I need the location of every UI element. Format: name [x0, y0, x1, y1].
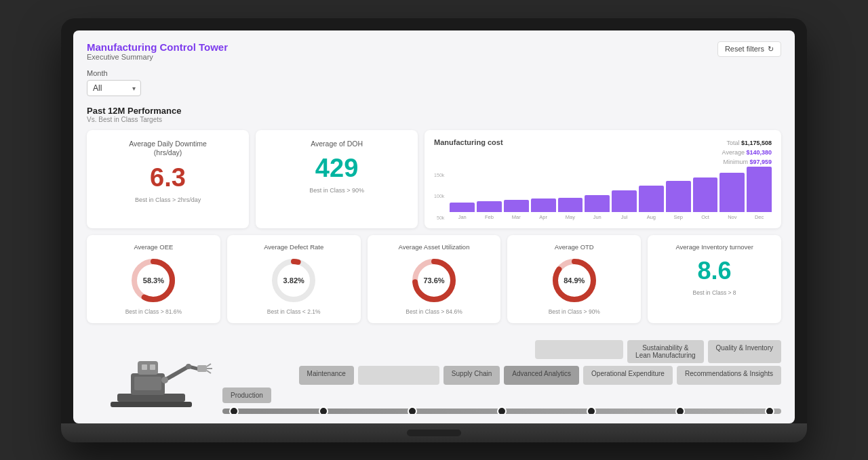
nav-box-advanced-analytics[interactable]: Advanced Analytics — [504, 366, 579, 385]
oee-card: Average OEE 58.3% Best in Class > 81.6% — [87, 235, 220, 323]
nav-box-supply-chain[interactable]: Supply Chain — [443, 366, 500, 385]
bar — [504, 200, 529, 212]
nav-box-recommendations[interactable]: Recommendations & Insights — [677, 366, 781, 385]
svg-line-23 — [207, 371, 211, 373]
bar-group: Jul — [612, 190, 637, 220]
timeline-dot-4[interactable] — [497, 406, 507, 414]
bar-label: Sep — [674, 214, 683, 220]
bar-label: Jun — [593, 214, 601, 220]
asset-util-value: 73.6% — [423, 276, 444, 285]
chart-header: Manufacturing cost Total $1,175,508 Aver… — [434, 138, 772, 167]
nav-box-production[interactable]: Production — [222, 388, 271, 403]
total-label: Total $1,175,508 — [722, 138, 772, 148]
robot-area — [87, 333, 222, 414]
defect-card: Average Defect Rate 3.82% Best in Class … — [227, 235, 361, 323]
reset-label: Reset filters — [725, 45, 764, 53]
defect-title: Average Defect Rate — [264, 243, 323, 251]
min-label: Minimum $97,959 — [722, 157, 772, 167]
bar — [558, 198, 583, 212]
chart-title: Manufacturing cost — [434, 138, 502, 146]
defect-donut: 3.82% — [270, 257, 317, 304]
bar-label: Jan — [458, 214, 467, 220]
svg-rect-14 — [150, 364, 155, 370]
timeline-dot-6[interactable] — [675, 406, 685, 414]
oee-best: Best in Class > 81.6% — [125, 308, 182, 315]
section-subtitle: Vs. Best in Class Targets — [87, 116, 781, 123]
bar — [531, 198, 556, 212]
timeline-dot-5[interactable] — [587, 406, 596, 414]
timeline-dots — [222, 406, 781, 414]
bar-label: Jul — [621, 214, 628, 220]
bar-chart-area: JanFebMarAprMayJunJulAugSepOctNovDec — [450, 173, 772, 220]
otd-donut: 84.9% — [551, 257, 598, 304]
bar-group: Dec — [747, 167, 772, 220]
bar-label: Dec — [755, 214, 764, 220]
asset-util-card: Average Asset Utilization 73.6% Best in … — [368, 235, 501, 323]
nav-box-empty1[interactable] — [535, 340, 623, 359]
svg-rect-11 — [134, 377, 161, 390]
kpi-row-1: Average Daily Downtime(hrs/day) 6.3 Best… — [87, 130, 781, 228]
timeline-dot-7[interactable] — [765, 406, 774, 414]
section-heading: Past 12M Performance Vs. Best in Class T… — [87, 106, 781, 123]
doh-value: 429 — [265, 154, 408, 183]
nav-box-operational[interactable]: Operational Expenditure — [583, 366, 673, 385]
chart-stats: Total $1,175,508 Average $140,380 Minimu… — [722, 138, 772, 167]
svg-rect-9 — [111, 402, 192, 407]
bottom-section: Sustainability &Lean Manufacturing Quali… — [87, 333, 781, 414]
svg-point-18 — [186, 364, 191, 369]
doh-title: Average of DOH — [265, 140, 408, 149]
inventory-best: Best in Class > 8 — [693, 289, 736, 296]
nav-box-sustainability[interactable]: Sustainability &Lean Manufacturing — [627, 340, 703, 363]
otd-title: Average OTD — [555, 243, 594, 251]
bar — [639, 186, 664, 212]
inventory-title: Average Inventory turnover — [675, 243, 753, 251]
nav-row-2: Maintenance Supply Chain Advanced Analyt… — [222, 366, 781, 385]
section-title: Past 12M Performance — [87, 106, 781, 116]
bar-group: May — [558, 198, 583, 220]
timeline-dot-1[interactable] — [229, 406, 239, 414]
downtime-value: 6.3 — [96, 163, 239, 192]
header: Manufacturing Control Tower Executive Su… — [87, 41, 781, 61]
bar-group: Mar — [504, 200, 529, 220]
month-select[interactable]: All JanFebMar AprMayJun JulAugSep OctNov… — [87, 80, 141, 96]
robot-illustration — [97, 333, 212, 414]
downtime-title: Average Daily Downtime(hrs/day) — [96, 140, 239, 158]
reset-filters-button[interactable]: Reset filters ↻ — [717, 41, 781, 57]
bar-group: Apr — [531, 198, 556, 220]
app-subtitle: Executive Summary — [87, 53, 228, 61]
defect-value: 3.82% — [283, 276, 304, 285]
asset-util-best: Best in Class > 84.6% — [406, 308, 462, 315]
nav-box-maintenance[interactable]: Maintenance — [299, 366, 354, 385]
manufacturing-cost-card: Manufacturing cost Total $1,175,508 Aver… — [425, 130, 781, 228]
bar-label: May — [566, 214, 575, 220]
nav-timeline: Sustainability &Lean Manufacturing Quali… — [222, 340, 781, 414]
bar — [477, 201, 502, 211]
downtime-card: Average Daily Downtime(hrs/day) 6.3 Best… — [87, 130, 249, 228]
refresh-icon: ↻ — [768, 45, 774, 54]
bar-group: Feb — [477, 201, 502, 219]
bar-group: Aug — [639, 186, 664, 220]
bar — [585, 195, 610, 212]
bar-group: Nov — [719, 173, 745, 219]
bar-label: Nov — [728, 214, 736, 220]
asset-util-title: Average Asset Utilization — [399, 243, 470, 251]
bar-group: Oct — [693, 177, 718, 219]
svg-line-21 — [207, 364, 211, 367]
defect-best: Best in Class < 2.1% — [267, 308, 321, 315]
downtime-best: Best in Class > 2hrs/day — [96, 196, 239, 203]
nav-box-empty2[interactable] — [358, 366, 439, 385]
bar-label: Oct — [701, 214, 709, 220]
otd-best: Best in Class > 90% — [549, 308, 600, 315]
filter-label: Month — [87, 69, 781, 77]
nav-boxes: Sustainability &Lean Manufacturing Quali… — [222, 340, 781, 409]
bar — [693, 177, 718, 211]
timeline-dot-3[interactable] — [408, 406, 417, 414]
doh-best: Best in Class > 90% — [265, 187, 408, 194]
nav-box-quality[interactable]: Quality & Inventory — [708, 340, 781, 363]
bar-label: Aug — [647, 214, 656, 220]
bar — [450, 203, 475, 212]
chart-yaxis: 150k 100k 50k — [434, 173, 444, 220]
oee-title: Average OEE — [134, 243, 173, 251]
bar — [666, 181, 691, 212]
timeline-dot-2[interactable] — [319, 406, 328, 414]
